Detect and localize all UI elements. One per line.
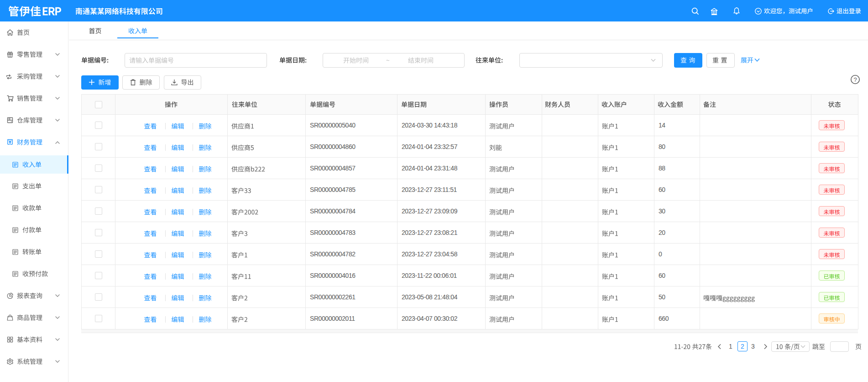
svg-text:?: ?: [853, 76, 857, 83]
